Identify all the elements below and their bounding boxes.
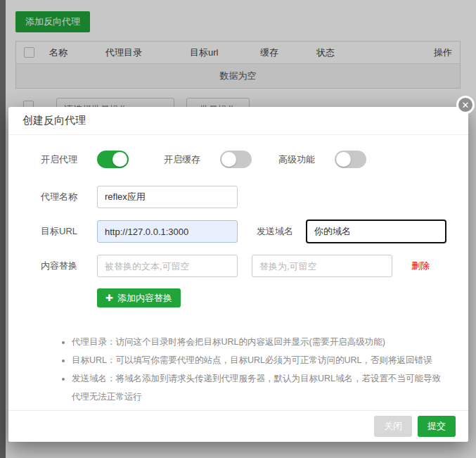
close-button[interactable]: 关闭 bbox=[374, 416, 412, 437]
proxy-name-label: 代理名称 bbox=[41, 191, 97, 203]
note-target-url: 目标URL：可以填写你需要代理的站点，目标URL必须为可正常访问的URL，否则将… bbox=[72, 351, 447, 369]
advanced-label: 高级功能 bbox=[278, 153, 323, 166]
replace-with-input[interactable] bbox=[252, 255, 392, 277]
proxy-name-row: 代理名称 bbox=[41, 186, 468, 208]
content-replace-label: 内容替换 bbox=[41, 260, 97, 272]
replace-search-input[interactable] bbox=[97, 255, 238, 277]
toggle-row: 开启代理 开启缓存 高级功能 bbox=[41, 151, 468, 168]
send-domain-label: 发送域名 bbox=[257, 225, 306, 238]
note-send-domain: 发送域名：将域名添加到请求头传递到代理服务器，默认为目标URL域名，若设置不当可… bbox=[72, 369, 447, 406]
modal-title: 创建反向代理 bbox=[8, 107, 468, 135]
create-reverse-proxy-modal: ✕ 创建反向代理 开启代理 开启缓存 高级功能 代理名称 目标URL 发送域名 bbox=[8, 107, 468, 442]
proxy-name-input[interactable] bbox=[97, 186, 238, 208]
delete-replace-link[interactable]: 删除 bbox=[411, 260, 430, 272]
target-url-row: 目标URL 发送域名 bbox=[41, 220, 468, 243]
modal-footer: 关闭 提交 bbox=[8, 410, 468, 442]
target-url-input[interactable] bbox=[97, 220, 238, 243]
add-content-replace-label: 添加内容替换 bbox=[117, 292, 172, 305]
toggle-knob bbox=[112, 152, 127, 167]
content-replace-row: 内容替换 删除 bbox=[41, 255, 468, 277]
modal-form: 开启代理 开启缓存 高级功能 代理名称 目标URL 发送域名 内容替换 bbox=[8, 135, 468, 424]
plus-icon: ✚ bbox=[105, 293, 113, 303]
toggle-advanced[interactable] bbox=[335, 151, 366, 168]
close-icon[interactable]: ✕ bbox=[456, 96, 475, 114]
toggle-proxy[interactable] bbox=[97, 151, 129, 168]
add-content-replace-button[interactable]: ✚ 添加内容替换 bbox=[97, 288, 181, 307]
target-url-label: 目标URL bbox=[41, 225, 97, 238]
send-domain-input[interactable] bbox=[306, 220, 446, 243]
note-proxy-dir: 代理目录：访问这个目录时将会把目标URL的内容返回并显示(需要开启高级功能) bbox=[72, 333, 447, 351]
enable-cache-label: 开启缓存 bbox=[164, 153, 209, 166]
toggle-cache[interactable] bbox=[220, 151, 252, 168]
submit-button[interactable]: 提交 bbox=[418, 416, 456, 437]
enable-proxy-label: 开启代理 bbox=[41, 153, 97, 166]
toggle-knob bbox=[336, 152, 351, 167]
screen: 添加反向代理 名称 代理目录 目标url 缓存 状态 操作 数据为空 请选择批量… bbox=[0, 0, 476, 458]
toggle-knob bbox=[221, 152, 236, 167]
